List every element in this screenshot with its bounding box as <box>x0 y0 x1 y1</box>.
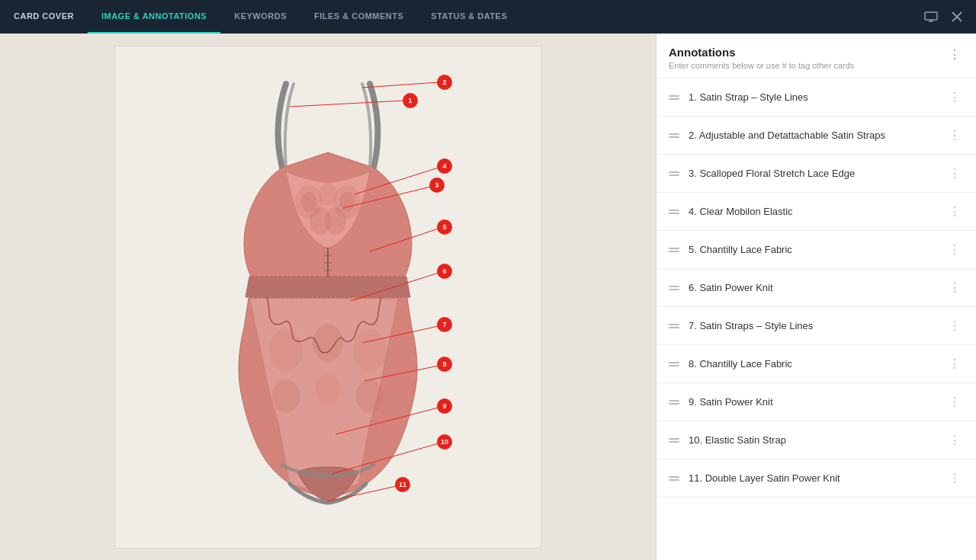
annotation-more-button[interactable]: ⋮ <box>946 165 964 182</box>
nav-icons <box>920 0 976 34</box>
main-content: 1 2 3 4 5 6 <box>0 34 976 560</box>
annotation-more-button[interactable]: ⋮ <box>946 317 964 334</box>
annotation-item[interactable]: 3. Scalloped Floral Stretch Lace Edge ⋮ <box>657 155 976 193</box>
svg-text:7: 7 <box>442 321 446 328</box>
svg-line-22 <box>290 101 404 107</box>
annotation-label: 2. Adjustable and Detattachable Satin St… <box>689 130 946 141</box>
image-panel: 1 2 3 4 5 6 <box>0 34 656 560</box>
svg-text:11: 11 <box>399 481 406 488</box>
annotation-item[interactable]: 8. Chantilly Lace Fabric ⋮ <box>657 345 976 383</box>
drag-handle <box>669 476 679 481</box>
annotations-menu-button[interactable]: ⋮ <box>946 46 964 63</box>
top-nav: CARD COVER IMAGE & ANNOTATIONS KEYWORDS … <box>0 0 976 34</box>
drag-handle <box>669 362 679 366</box>
svg-text:5: 5 <box>442 223 446 231</box>
annotations-list: 1. Satin Strap – Style Lines ⋮ 2. Adjust… <box>657 78 976 560</box>
annotations-header: Annotations Enter comments below or use … <box>657 34 976 78</box>
annotation-more-button[interactable]: ⋮ <box>946 469 964 487</box>
annotation-label: 9. Satin Power Knit <box>689 396 946 408</box>
svg-rect-0 <box>925 12 937 20</box>
svg-text:9: 9 <box>442 402 446 410</box>
annotation-item[interactable]: 6. Satin Power Knit ⋮ <box>657 269 976 307</box>
garment-illustration: 1 2 3 4 5 6 <box>168 61 488 533</box>
annotation-more-button[interactable]: ⋮ <box>946 431 964 449</box>
svg-point-6 <box>301 192 316 212</box>
svg-point-14 <box>353 329 387 372</box>
annotation-item[interactable]: 1. Satin Strap – Style Lines ⋮ <box>657 78 976 117</box>
drag-handle <box>669 95 679 100</box>
annotations-panel: Annotations Enter comments below or use … <box>656 34 976 560</box>
svg-point-17 <box>316 373 340 404</box>
annotation-item[interactable]: 5. Chantilly Lace Fabric ⋮ <box>657 231 976 269</box>
svg-text:3: 3 <box>435 181 438 189</box>
svg-text:10: 10 <box>441 438 448 446</box>
annotation-more-button[interactable]: ⋮ <box>946 88 964 106</box>
annotation-label: 6. Satin Power Knit <box>689 282 946 293</box>
image-container: 1 2 3 4 5 6 <box>114 46 541 549</box>
svg-line-25 <box>362 82 438 88</box>
annotation-more-button[interactable]: ⋮ <box>946 203 964 220</box>
annotation-item[interactable]: 7. Satin Straps – Style Lines ⋮ <box>657 307 976 345</box>
svg-point-15 <box>272 379 300 413</box>
monitor-button[interactable] <box>920 8 942 25</box>
drag-handle <box>669 324 679 328</box>
svg-point-9 <box>319 183 337 206</box>
annotations-header-text: Annotations Enter comments below or use … <box>669 46 854 70</box>
annotation-label: 5. Chantilly Lace Fabric <box>689 244 946 255</box>
annotation-label: 10. Elastic Satin Strap <box>689 434 946 446</box>
annotation-label: 1. Satin Strap – Style Lines <box>689 91 946 103</box>
annotation-more-button[interactable]: ⋮ <box>946 355 964 373</box>
drag-handle <box>669 438 679 443</box>
svg-text:4: 4 <box>442 162 446 170</box>
annotation-more-button[interactable]: ⋮ <box>946 393 964 411</box>
annotation-item[interactable]: 11. Double Layer Satin Power Knit ⋮ <box>657 459 976 498</box>
annotation-item[interactable]: 10. Elastic Satin Strap ⋮ <box>657 421 976 459</box>
annotation-label: 4. Clear Mobilon Elastic <box>689 206 946 217</box>
svg-point-8 <box>339 192 355 212</box>
drag-handle <box>669 248 679 252</box>
drag-handle <box>669 133 679 138</box>
svg-point-11 <box>325 207 346 235</box>
tab-card-cover[interactable]: CARD COVER <box>0 0 88 34</box>
annotation-item[interactable]: 9. Satin Power Knit ⋮ <box>657 383 976 421</box>
annotation-label: 3. Scalloped Floral Stretch Lace Edge <box>689 168 946 179</box>
annotation-label: 11. Double Layer Satin Power Knit <box>689 472 946 484</box>
annotations-subtitle: Enter comments below or use # to tag oth… <box>669 61 854 70</box>
svg-text:6: 6 <box>442 267 446 275</box>
drag-handle <box>669 286 679 290</box>
tab-keywords[interactable]: KEYWORDS <box>220 0 300 34</box>
svg-text:2: 2 <box>442 78 446 86</box>
annotation-item[interactable]: 2. Adjustable and Detattachable Satin St… <box>657 117 976 155</box>
close-button[interactable] <box>947 8 967 25</box>
svg-text:1: 1 <box>408 97 412 104</box>
tab-image-annotations[interactable]: IMAGE & ANNOTATIONS <box>88 0 220 34</box>
drag-handle <box>669 171 679 176</box>
svg-text:8: 8 <box>442 360 446 368</box>
svg-point-16 <box>356 379 384 413</box>
svg-point-12 <box>269 329 303 372</box>
annotation-more-button[interactable]: ⋮ <box>946 279 964 296</box>
annotation-more-button[interactable]: ⋮ <box>946 126 964 144</box>
annotation-item[interactable]: 4. Clear Mobilon Elastic ⋮ <box>657 193 976 231</box>
annotation-more-button[interactable]: ⋮ <box>946 241 964 258</box>
drag-handle <box>669 210 679 214</box>
annotation-label: 8. Chantilly Lace Fabric <box>689 358 946 370</box>
annotations-title: Annotations <box>669 46 854 59</box>
tab-status-dates[interactable]: STATUS & DATES <box>417 0 521 34</box>
drag-handle <box>669 400 679 405</box>
annotation-label: 7. Satin Straps – Style Lines <box>689 320 946 331</box>
tab-files-comments[interactable]: FILES & COMMENTS <box>300 0 417 34</box>
